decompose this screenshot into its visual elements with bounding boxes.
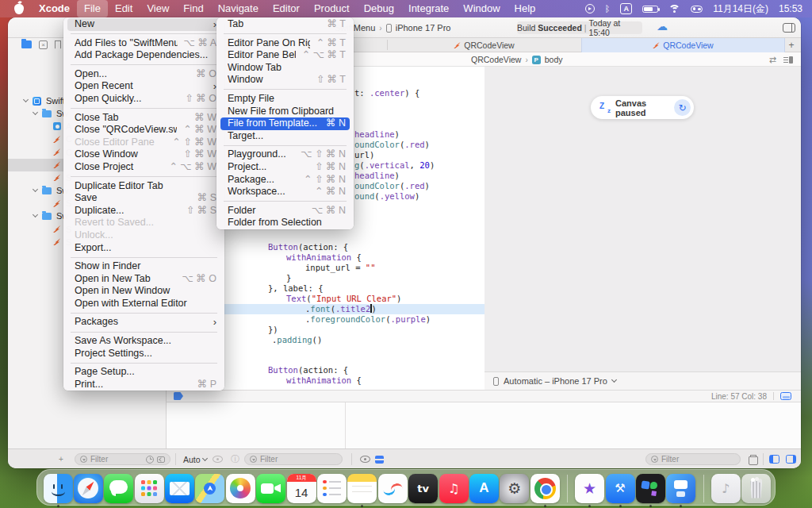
menu-item-file-from-template[interactable]: File from Template...⌘ N xyxy=(220,117,350,130)
imovie-dock-icon[interactable]: ★ xyxy=(575,474,604,503)
menu-item-workspace[interactable]: Workspace...⌃ ⌘ N xyxy=(216,186,354,198)
menubar-item-view[interactable]: View xyxy=(140,0,176,17)
bookmark-navigator-icon[interactable] xyxy=(55,40,61,49)
canvas-device-bar[interactable]: Automatic – iPhone 17 Pro xyxy=(485,371,801,390)
menu-item-new[interactable]: New› xyxy=(67,18,220,31)
disclosure-chevron-icon[interactable] xyxy=(33,212,38,217)
disclosure-chevron-icon[interactable] xyxy=(33,110,38,115)
menu-item-tab[interactable]: Tab⌘ T xyxy=(216,18,354,31)
music-dock-icon[interactable]: ♫ xyxy=(439,474,469,503)
menu-item-playground[interactable]: Playground...⌥ ⇧ ⌘ N xyxy=(216,148,354,161)
launchpad-dock-icon[interactable] xyxy=(135,474,164,503)
menu-item-show-in-finder[interactable]: Show in Finder xyxy=(63,260,224,273)
menu-item-project[interactable]: Project...⇧ ⌘ N xyxy=(216,161,354,174)
menu-item-editor-pane-on-right[interactable]: Editor Pane On Right⌃ ⌘ T xyxy=(216,37,354,50)
menu-item-close-qrcodeview-swift[interactable]: Close "QRCodeView.swift"⌃ ⌘ W xyxy=(63,124,224,137)
menu-item-duplicate[interactable]: Duplicate...⇧ ⌘ S xyxy=(63,205,224,217)
menu-item-editor-pane-below[interactable]: Editor Pane Below⌃ ⌥ ⌘ T xyxy=(216,49,354,62)
menu-item-new-file-from-clipboard[interactable]: New File from Clipboard xyxy=(216,106,354,118)
apple-logo-icon[interactable] xyxy=(14,4,24,14)
debug-pane-right-toggle[interactable] xyxy=(786,449,796,469)
menu-item-page-setup[interactable]: Page Setup... xyxy=(63,366,224,379)
devapp-dock-icon[interactable] xyxy=(636,474,665,503)
freeform-dock-icon[interactable] xyxy=(378,474,408,503)
control-center-icon[interactable] xyxy=(691,6,703,13)
battery-icon[interactable] xyxy=(642,6,658,13)
menu-item-revert-to-saved[interactable]: Revert to Saved... xyxy=(63,217,224,229)
menubar-item-find[interactable]: Find xyxy=(176,0,210,17)
tab-qrcodeview[interactable]: QRCodeView xyxy=(387,38,581,52)
menubar-item-navigate[interactable]: Navigate xyxy=(211,0,266,17)
clear-console-button[interactable] xyxy=(749,449,756,469)
menu-item-open-quickly[interactable]: Open Quickly...⇧ ⌘ O xyxy=(63,93,224,106)
menu-item-export[interactable]: Export... xyxy=(63,242,224,255)
calendar-dock-icon[interactable]: 11月14 xyxy=(287,474,316,503)
maps-dock-icon[interactable] xyxy=(195,474,224,503)
breakpoint-icon[interactable] xyxy=(174,392,183,400)
menu-item-close-editor-pane[interactable]: Close Editor Pane⌃ ⇧ ⌘ W xyxy=(63,137,224,149)
menu-item-duplicate-editor-tab[interactable]: Duplicate Editor Tab xyxy=(63,180,224,193)
menubar-item-integrate[interactable]: Integrate xyxy=(401,0,456,17)
screen-mirroring-icon[interactable] xyxy=(585,4,595,13)
menu-item-folder-from-selection[interactable]: Folder from Selection xyxy=(216,217,354,229)
facetime-dock-icon[interactable] xyxy=(256,474,285,503)
reminders-dock-icon[interactable] xyxy=(317,474,347,503)
info-button[interactable]: ⓘ xyxy=(231,449,239,469)
add-tab-button[interactable]: + xyxy=(785,38,798,52)
variables-view-toggle[interactable] xyxy=(375,449,384,469)
trash-dock-icon[interactable] xyxy=(741,474,771,503)
breadcrumb[interactable]: QRCodeView › P body xyxy=(471,52,563,67)
variables-view-scope-popup[interactable]: Auto xyxy=(183,449,207,469)
menu-item-open-in-new-window[interactable]: Open in New Window xyxy=(63,285,224,298)
debug-divider[interactable] xyxy=(345,402,346,448)
wifi-icon[interactable] xyxy=(668,5,680,13)
menu-item-close-tab[interactable]: Close Tab⌘ W xyxy=(63,112,224,125)
disclosure-chevron-icon[interactable] xyxy=(33,187,38,192)
musicfolder-dock-icon[interactable]: ♪ xyxy=(711,474,741,503)
source-control-filter-icon[interactable] xyxy=(157,456,165,463)
navigator-filter-field[interactable]: Filter xyxy=(75,453,170,465)
settings-dock-icon[interactable]: ⚙ xyxy=(500,474,529,503)
simulator-dock-icon[interactable] xyxy=(666,474,695,503)
menu-bar-date[interactable]: 11月14日(金) xyxy=(713,2,768,16)
menu-item-close-project[interactable]: Close Project⌃ ⌥ ⌘ W xyxy=(63,161,224,174)
menu-item-open-recent[interactable]: Open Recent› xyxy=(63,80,224,93)
input-source-icon[interactable]: A xyxy=(620,3,632,14)
debug-filter-field[interactable]: Filter xyxy=(244,453,343,465)
menubar-item-help[interactable]: Help xyxy=(508,0,543,17)
menu-bar-time[interactable]: 15:53 xyxy=(779,3,802,14)
xcode-dock-icon[interactable]: ⚒ xyxy=(606,474,635,503)
minimap-icon[interactable] xyxy=(783,56,793,64)
messages-dock-icon[interactable] xyxy=(104,474,133,503)
chrome-dock-icon[interactable] xyxy=(530,474,560,503)
swap-editor-icon[interactable]: ⇄ xyxy=(769,55,776,65)
editor-layout-icon[interactable] xyxy=(783,23,795,33)
menu-item-add-files-to-swiftmenu[interactable]: Add Files to "SwiftMenu"...⌥ ⌘ A xyxy=(63,37,224,50)
menubar-item-product[interactable]: Product xyxy=(307,0,357,17)
appstore-dock-icon[interactable]: A xyxy=(469,474,499,503)
photos-dock-icon[interactable] xyxy=(226,474,255,503)
debug-pane-left-toggle[interactable] xyxy=(769,449,779,469)
tab-qrcodeview-active[interactable]: QRCodeView xyxy=(581,38,785,52)
menu-item-open-in-new-tab[interactable]: Open in New Tab⌥ ⌘ O xyxy=(63,273,224,286)
mail-dock-icon[interactable] xyxy=(165,474,194,503)
resume-canvas-button[interactable]: ↻ xyxy=(674,99,691,116)
menu-item-close-window[interactable]: Close Window⇧ ⌘ W xyxy=(63,148,224,161)
menu-item-folder[interactable]: Folder⌥ ⌘ N xyxy=(216,205,354,217)
finder-dock-icon[interactable] xyxy=(44,474,73,503)
console-filter-field[interactable]: Filter xyxy=(645,453,741,465)
menu-item-empty-file[interactable]: Empty File xyxy=(216,93,354,106)
menu-item-target[interactable]: Target... xyxy=(216,130,354,143)
menu-item-print[interactable]: Print...⌘ P xyxy=(63,379,224,391)
show-variables-button[interactable] xyxy=(213,449,223,469)
menubar-item-editor[interactable]: Editor xyxy=(266,0,307,17)
bluetooth-icon[interactable]: ᛒ xyxy=(605,5,611,13)
appletv-dock-icon[interactable]: tv xyxy=(408,474,438,503)
safari-dock-icon[interactable] xyxy=(74,474,103,503)
menu-item-packages[interactable]: Packages› xyxy=(63,316,224,329)
menu-item-package[interactable]: Package...⌃ ⇧ ⌘ N xyxy=(216,174,354,187)
menubar-item-debug[interactable]: Debug xyxy=(357,0,401,17)
menu-item-open-with-external-editor[interactable]: Open with External Editor xyxy=(63,298,224,310)
project-navigator-icon[interactable] xyxy=(21,40,32,48)
display-icon[interactable] xyxy=(780,392,791,400)
